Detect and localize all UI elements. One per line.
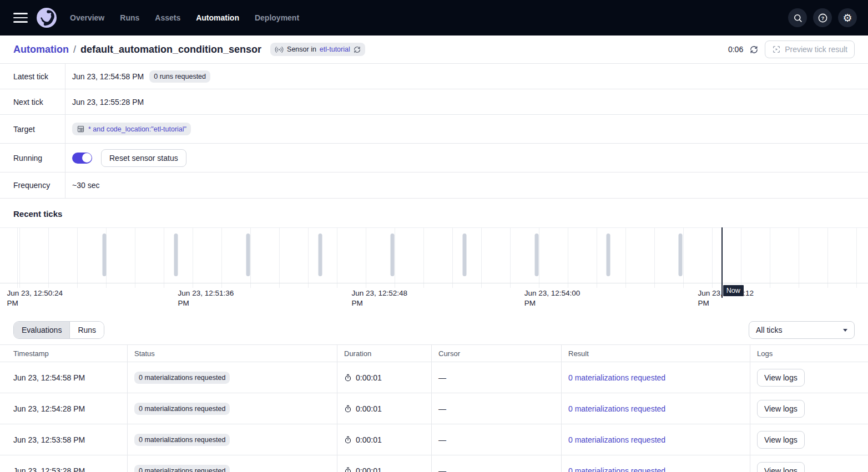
- breadcrumb-automation-link[interactable]: Automation: [13, 44, 69, 55]
- nav-item-deployment[interactable]: Deployment: [255, 13, 299, 22]
- help-button[interactable]: ?: [813, 8, 832, 27]
- search-button[interactable]: [788, 8, 807, 27]
- next-tick-value: Jun 23, 12:55:28 PM: [72, 98, 144, 106]
- tick-bar[interactable]: [246, 234, 250, 276]
- nav-item-runs[interactable]: Runs: [120, 13, 139, 22]
- evaluations-toolbar: Evaluations Runs All ticks: [0, 316, 868, 344]
- cell-duration: 0:00:01: [356, 435, 382, 444]
- col-header-status: Status: [128, 345, 337, 362]
- tick-filter-select[interactable]: All ticks: [749, 321, 855, 339]
- reload-location-icon[interactable]: [354, 46, 361, 53]
- view-logs-button[interactable]: View logs: [757, 369, 805, 387]
- nav-menu: Overview Runs Assets Automation Deployme…: [70, 13, 299, 22]
- code-location-link[interactable]: etl-tutorial: [320, 45, 350, 53]
- status-badge: 0 materializations requested: [134, 372, 230, 384]
- cell-timestamp: Jun 23, 12:54:58 PM: [0, 362, 128, 393]
- result-link[interactable]: 0 materializations requested: [568, 373, 665, 382]
- running-label: Running: [0, 144, 65, 172]
- reset-sensor-status-button[interactable]: Reset sensor status: [101, 149, 186, 167]
- cell-duration: 0:00:01: [356, 404, 382, 413]
- menu-icon[interactable]: [13, 13, 28, 23]
- nav-item-assets[interactable]: Assets: [155, 13, 180, 22]
- evaluations-table: Timestamp Status Duration Cursor Result …: [0, 344, 868, 472]
- tick-bar[interactable]: [390, 234, 394, 276]
- running-toggle[interactable]: [72, 153, 92, 164]
- cell-cursor: —: [432, 362, 562, 393]
- settings-button[interactable]: ⚙: [838, 8, 857, 27]
- tick-bar[interactable]: [102, 234, 106, 276]
- refresh-button[interactable]: [750, 45, 758, 54]
- col-header-logs: Logs: [750, 345, 868, 362]
- nav-item-overview[interactable]: Overview: [70, 13, 104, 22]
- table-row: Jun 23, 12:53:28 PM 0 materializations r…: [0, 455, 868, 472]
- preview-icon: [772, 45, 781, 54]
- cell-duration: 0:00:01: [356, 373, 382, 382]
- tab-runs[interactable]: Runs: [69, 322, 104, 338]
- tick-bar[interactable]: [462, 234, 466, 276]
- col-header-duration: Duration: [337, 345, 432, 362]
- now-marker-line: [721, 227, 723, 298]
- cell-timestamp: Jun 23, 12:53:28 PM: [0, 455, 128, 472]
- status-badge: 0 materializations requested: [134, 434, 230, 446]
- view-logs-button[interactable]: View logs: [757, 400, 805, 418]
- col-header-timestamp: Timestamp: [0, 345, 128, 362]
- timeline-axis-label: Jun 23, 12:52:48PM: [351, 288, 407, 308]
- timer-icon: [344, 436, 352, 444]
- gear-icon: ⚙: [842, 13, 852, 23]
- result-link[interactable]: 0 materializations requested: [568, 435, 665, 444]
- top-nav: Overview Runs Assets Automation Deployme…: [0, 0, 868, 35]
- nav-item-automation[interactable]: Automation: [196, 13, 239, 22]
- timeline-axis-label: Jun 23, 12:51:36PM: [178, 288, 234, 308]
- result-link[interactable]: 0 materializations requested: [568, 466, 665, 472]
- tick-bar[interactable]: [679, 234, 683, 276]
- refresh-icon: [750, 45, 758, 54]
- sensor-details: Latest tick Jun 23, 12:54:58 PM 0 runs r…: [0, 64, 868, 199]
- status-badge: 0 materializations requested: [134, 465, 230, 472]
- latest-tick-value: Jun 23, 12:54:58 PM: [72, 72, 144, 81]
- cell-cursor: —: [432, 455, 562, 472]
- timer-icon: [344, 374, 352, 382]
- timer-icon: [344, 467, 352, 472]
- latest-tick-label: Latest tick: [0, 64, 65, 89]
- page-title: default_automation_condition_sensor: [80, 44, 261, 55]
- latest-tick-row: Latest tick Jun 23, 12:54:58 PM 0 runs r…: [0, 64, 868, 89]
- next-tick-label: Next tick: [0, 89, 65, 114]
- tick-bar[interactable]: [174, 234, 178, 276]
- timeline-axis-label: Jun 23, 12:50:24PM: [7, 288, 63, 308]
- frequency-row: Frequency ~30 sec: [0, 172, 868, 199]
- tick-bar[interactable]: [319, 234, 322, 276]
- frequency-value: ~30 sec: [72, 181, 99, 190]
- target-row: Target * and code_location:"etl-tutorial…: [0, 115, 868, 144]
- col-header-cursor: Cursor: [432, 345, 562, 362]
- col-header-result: Result: [562, 345, 750, 362]
- sensor-icon: [275, 46, 284, 53]
- nav-actions: ? ⚙: [788, 8, 857, 27]
- refresh-countdown: 0:06: [728, 45, 743, 54]
- view-logs-button[interactable]: View logs: [757, 431, 805, 449]
- result-link[interactable]: 0 materializations requested: [568, 404, 665, 413]
- preview-tick-result-button[interactable]: Preview tick result: [765, 40, 855, 58]
- table-header-row: Timestamp Status Duration Cursor Result …: [0, 345, 868, 362]
- tab-evaluations[interactable]: Evaluations: [14, 322, 69, 338]
- svg-text:?: ?: [821, 15, 824, 21]
- view-segmented-control: Evaluations Runs: [13, 321, 104, 339]
- tick-bar[interactable]: [607, 234, 610, 276]
- dagster-logo-icon[interactable]: [37, 8, 57, 28]
- cell-duration: 0:00:01: [356, 466, 382, 472]
- target-selection-pill[interactable]: * and code_location:"etl-tutorial": [72, 123, 191, 135]
- running-row: Running Reset sensor status: [0, 144, 868, 172]
- tick-filter-value: All ticks: [756, 326, 782, 334]
- runs-requested-badge: 0 runs requested: [149, 70, 210, 83]
- tick-bar[interactable]: [534, 234, 538, 276]
- view-logs-button[interactable]: View logs: [757, 462, 805, 472]
- recent-ticks-timeline: Now Jun 23, 12:50:24PMJun 23, 12:51:36PM…: [0, 227, 868, 316]
- next-tick-row: Next tick Jun 23, 12:55:28 PM: [0, 89, 868, 115]
- target-label: Target: [0, 115, 65, 143]
- page-header: Automation / default_automation_conditio…: [0, 35, 868, 64]
- recent-ticks-heading: Recent ticks: [0, 199, 868, 227]
- timeline-axis-label: Jun 23, 12:54:00PM: [524, 288, 581, 308]
- frequency-label: Frequency: [0, 172, 65, 198]
- cell-cursor: —: [432, 393, 562, 424]
- now-marker-label: Now: [723, 285, 744, 296]
- timer-icon: [344, 405, 352, 413]
